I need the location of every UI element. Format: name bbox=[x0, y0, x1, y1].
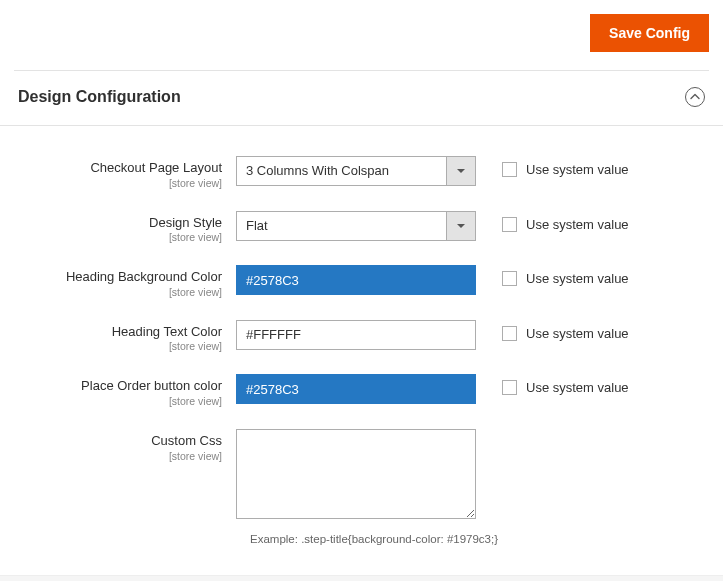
custom-css-textarea[interactable] bbox=[236, 429, 476, 519]
save-config-button[interactable]: Save Config bbox=[590, 14, 709, 52]
scope-label: [store view] bbox=[18, 340, 222, 352]
checkbox-label: Use system value bbox=[526, 271, 629, 286]
scope-label: [store view] bbox=[18, 395, 222, 407]
style-system-checkbox[interactable] bbox=[502, 217, 517, 232]
checkbox-label: Use system value bbox=[526, 380, 629, 395]
scope-label: [store view] bbox=[18, 286, 222, 298]
scope-label: [store view] bbox=[18, 231, 222, 243]
layout-label: Checkout Page Layout bbox=[18, 160, 222, 176]
place-order-label: Place Order button color bbox=[18, 378, 222, 394]
layout-select-value[interactable]: 3 Columns With Colspan bbox=[236, 156, 446, 186]
caret-down-icon[interactable] bbox=[446, 156, 476, 186]
custom-css-label: Custom Css bbox=[18, 433, 222, 449]
checkbox-label: Use system value bbox=[526, 326, 629, 341]
place-order-input[interactable] bbox=[236, 374, 476, 404]
collapse-toggle[interactable] bbox=[685, 87, 705, 107]
layout-system-checkbox[interactable] bbox=[502, 162, 517, 177]
caret-down-icon[interactable] bbox=[446, 211, 476, 241]
layout-select[interactable]: 3 Columns With Colspan bbox=[236, 156, 476, 186]
checkbox-label: Use system value bbox=[526, 162, 629, 177]
style-label: Design Style bbox=[18, 215, 222, 231]
heading-text-label: Heading Text Color bbox=[18, 324, 222, 340]
heading-bg-label: Heading Background Color bbox=[18, 269, 222, 285]
section-header[interactable]: Design Configuration bbox=[0, 71, 723, 126]
style-select[interactable]: Flat bbox=[236, 211, 476, 241]
heading-text-system-checkbox[interactable] bbox=[502, 326, 517, 341]
heading-bg-system-checkbox[interactable] bbox=[502, 271, 517, 286]
place-order-system-checkbox[interactable] bbox=[502, 380, 517, 395]
section-title: Design Configuration bbox=[18, 88, 181, 106]
example-hint: Example: .step-title{background-color: #… bbox=[250, 533, 498, 545]
heading-bg-input[interactable] bbox=[236, 265, 476, 295]
heading-text-input[interactable] bbox=[236, 320, 476, 350]
checkbox-label: Use system value bbox=[526, 217, 629, 232]
scope-label: [store view] bbox=[18, 177, 222, 189]
style-select-value[interactable]: Flat bbox=[236, 211, 446, 241]
scope-label: [store view] bbox=[18, 450, 222, 462]
chevron-up-icon bbox=[690, 92, 700, 102]
